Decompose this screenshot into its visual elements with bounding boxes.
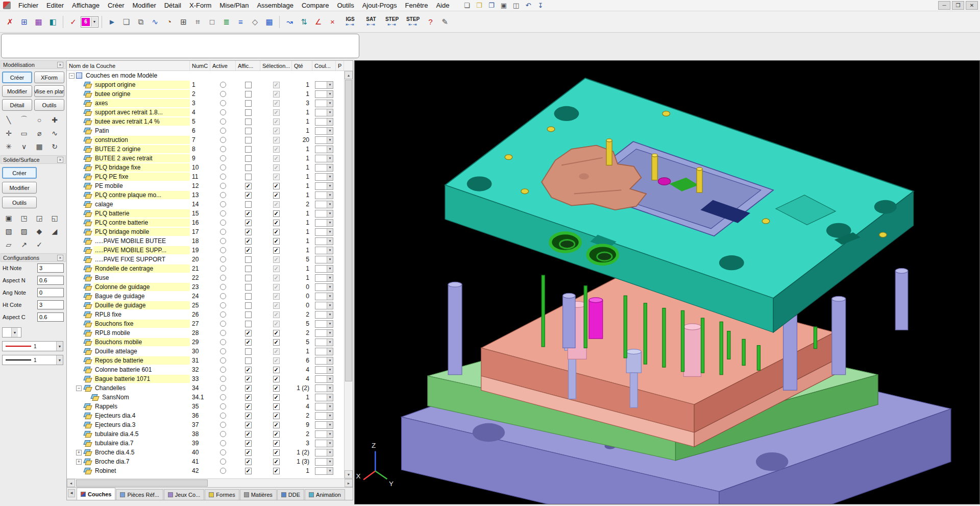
color-combo[interactable] [315,256,333,263]
ht-cote-field[interactable] [37,300,64,309]
color-combo[interactable] [315,348,333,355]
minimize-button[interactable]: ─ [938,1,950,10]
table-row[interactable]: .....PAVE FIXE SUPPORT205 [67,255,344,264]
column-header-numc[interactable]: NumC [190,61,210,70]
active-radio[interactable] [220,339,226,345]
display-checkbox[interactable] [245,357,252,364]
selection-checkbox[interactable] [273,339,280,346]
color-combo[interactable] [315,293,333,300]
button-cr-er[interactable]: Créer [2,71,32,83]
palette-icon[interactable]: ▦ [32,15,45,29]
table-row[interactable]: tubulaire dia.7393 [67,439,344,448]
close-icon[interactable]: × [57,255,63,261]
table-row[interactable]: Ejecteurs dia.3379 [67,420,344,429]
table-row[interactable]: +Broche dia.7411 (3) [67,457,344,466]
active-radio[interactable] [220,348,226,354]
project-icon[interactable]: ↗ [18,239,30,250]
tree-expander[interactable]: + [76,459,82,465]
display-checkbox[interactable] [245,385,252,392]
menu-modifier[interactable]: Modifier [128,1,160,10]
scroll-right-icon[interactable]: ► [345,479,353,487]
display-checkbox[interactable] [245,192,252,199]
fill-color-icon[interactable]: ◧ [46,15,60,29]
menu-outils[interactable]: Outils [333,1,358,10]
column-header-affic[interactable]: Affic... [236,61,260,70]
stack-icon[interactable]: ≡ [234,15,248,29]
close-icon[interactable]: × [57,62,63,68]
menu-compare[interactable]: Compare [298,1,333,10]
selection-checkbox[interactable] [273,357,280,364]
color-combo[interactable] [315,339,333,346]
color-combo[interactable] [315,191,333,199]
color-combo[interactable] [315,357,333,365]
table-row[interactable]: Douille attelage301 [67,347,344,356]
active-radio[interactable] [220,293,226,299]
boolean-icon[interactable]: ▨ [18,226,30,236]
selection-checkbox[interactable] [273,459,280,465]
shell-icon[interactable]: ▧ [3,226,14,236]
display-checkbox[interactable] [245,164,252,171]
display-checkbox[interactable] [245,413,252,419]
color-combo[interactable] [315,173,333,181]
table-row[interactable]: .....PAVE MOBILE SUPP...191 [67,246,344,255]
curve-wave-icon[interactable]: ∿ [148,15,162,29]
display-checkbox[interactable] [245,146,252,153]
tab-mati-res[interactable]: Matières [240,489,277,500]
selection-checkbox[interactable] [273,256,280,263]
line-icon[interactable]: ╲ [3,115,14,125]
selection-checkbox[interactable] [273,109,280,116]
display-checkbox[interactable] [245,155,252,162]
display-checkbox[interactable] [245,459,252,465]
color-combo[interactable] [315,440,333,447]
active-radio[interactable] [220,330,226,336]
hash-box-icon[interactable]: ⌗ [191,15,205,29]
active-radio[interactable] [220,367,226,373]
menu-d-tail[interactable]: Détail [160,1,185,10]
open-folder-icon[interactable]: ❒ [474,1,484,10]
selection-checkbox[interactable] [273,431,280,438]
menu-x-form[interactable]: X-Form [185,1,215,10]
selection-checkbox[interactable] [273,468,280,474]
active-radio[interactable] [220,183,226,189]
color-combo[interactable] [315,283,333,291]
aspect-n-field[interactable] [37,276,64,285]
table-row[interactable]: Patin61 [67,126,344,135]
display-checkbox[interactable] [245,367,252,373]
tree-expander[interactable]: + [76,450,82,455]
selection-checkbox[interactable] [273,137,280,143]
display-checkbox[interactable] [245,256,252,263]
display-checkbox[interactable] [245,210,252,217]
color-combo[interactable] [315,430,333,438]
table-row[interactable]: axes33 [67,99,344,108]
table-row[interactable]: +Broche dia.4.5401 (2) [67,448,344,457]
active-radio[interactable] [220,440,226,446]
aspect-c-field[interactable] [37,312,64,322]
color-combo[interactable] [315,109,333,116]
color-combo[interactable] [315,228,333,236]
pattern-icon[interactable]: ✳ [3,141,14,152]
display-checkbox[interactable] [245,100,252,107]
table-row[interactable]: Rappels354 [67,402,344,411]
selection-checkbox[interactable] [273,91,280,98]
display-checkbox[interactable] [245,376,252,382]
menu-ajout-progs[interactable]: Ajout-Progs [358,1,401,10]
tab-animation[interactable]: Animation [305,489,345,500]
table-row[interactable]: .....PAVE MOBILE BUTEE181 [67,236,344,246]
selection-checkbox[interactable] [273,118,280,125]
active-radio[interactable] [220,468,226,474]
display-checkbox[interactable] [245,91,252,98]
table-row[interactable]: PLQ bridage fixe101 [67,163,344,172]
display-checkbox[interactable] [245,247,252,254]
validate-icon[interactable]: ✓ [34,239,45,250]
grid-cube-icon[interactable]: ▦ [262,15,276,29]
spline-icon[interactable]: ∿ [49,128,60,138]
table-row[interactable]: PLQ contre batterie161 [67,218,344,227]
display-checkbox[interactable] [245,431,252,438]
active-radio[interactable] [220,109,226,115]
button-cr-er[interactable]: Créer [2,167,37,179]
cross-box-icon[interactable]: ⊞ [177,15,190,29]
selection-checkbox[interactable] [273,174,280,180]
pick-arrow-icon[interactable]: ► [105,15,119,29]
active-radio[interactable] [220,422,226,428]
table-row[interactable]: butee avec retrait 1,4 %51 [67,117,344,126]
